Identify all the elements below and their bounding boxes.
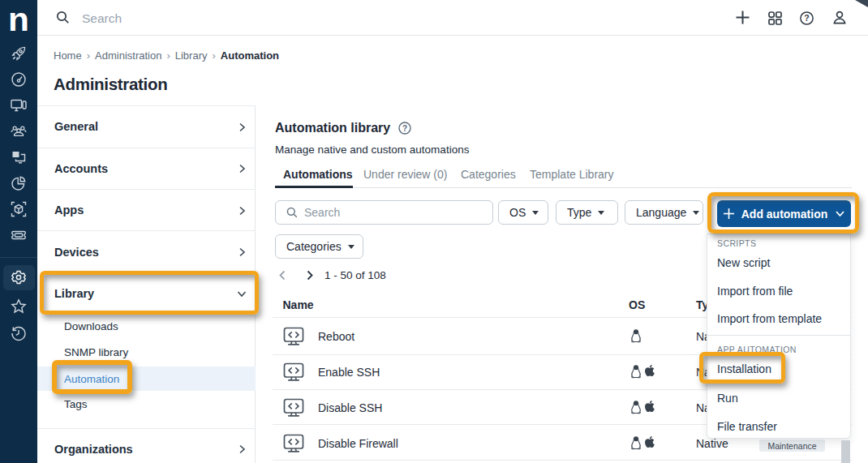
svg-text:?: ? [402,124,407,133]
svg-text:?: ? [804,13,809,23]
